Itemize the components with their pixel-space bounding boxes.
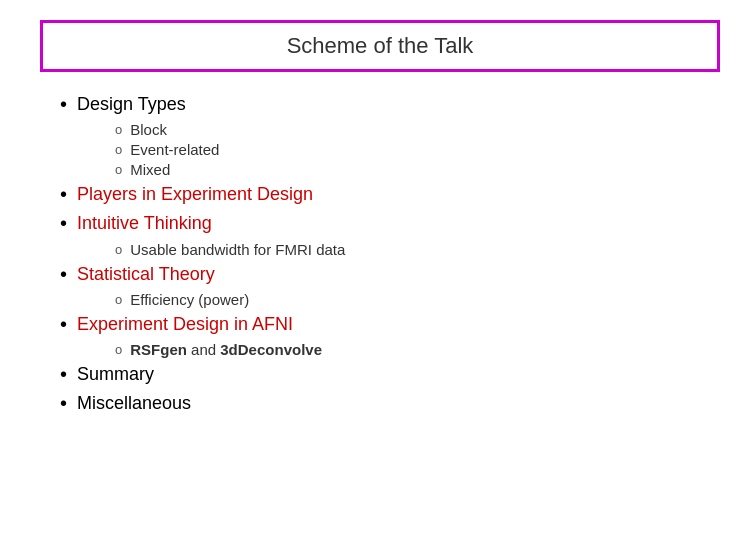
list-item: o Efficiency (power)	[115, 291, 716, 308]
content-area: • Design Types o Block o Event-related o…	[40, 92, 716, 416]
sub-item-label: RSFgen and 3dDeconvolve	[130, 341, 322, 358]
item-label: Players in Experiment Design	[77, 182, 313, 207]
list-item: o Mixed	[115, 161, 716, 178]
slide: Scheme of the Talk • Design Types o Bloc…	[0, 0, 756, 554]
sub-items-intuitive: o Usable bandwidth for FMRI data	[60, 241, 716, 258]
sub-bullet-icon: o	[115, 122, 122, 137]
item-label: Design Types	[77, 92, 186, 117]
rsfgen-label: RSFgen	[130, 341, 187, 358]
slide-title: Scheme of the Talk	[287, 33, 474, 58]
sub-item-label: Mixed	[130, 161, 170, 178]
list-item: • Miscellaneous	[60, 391, 716, 416]
sub-bullet-icon: o	[115, 342, 122, 357]
sub-bullet-icon: o	[115, 292, 122, 307]
list-item: o Event-related	[115, 141, 716, 158]
list-item: • Players in Experiment Design	[60, 182, 716, 207]
sub-item-label: Event-related	[130, 141, 219, 158]
item-label: Summary	[77, 362, 154, 387]
sub-items-statistical: o Efficiency (power)	[60, 291, 716, 308]
sub-bullet-icon: o	[115, 162, 122, 177]
list-item: • Summary	[60, 362, 716, 387]
list-item: • Design Types	[60, 92, 716, 117]
sub-item-label: Block	[130, 121, 167, 138]
sub-bullet-icon: o	[115, 142, 122, 157]
list-item: o RSFgen and 3dDeconvolve	[115, 341, 716, 358]
title-box: Scheme of the Talk	[40, 20, 720, 72]
bullet-icon: •	[60, 183, 67, 206]
sub-bullet-icon: o	[115, 242, 122, 257]
bullet-icon: •	[60, 313, 67, 336]
list-item: • Intuitive Thinking	[60, 211, 716, 236]
sub-items-design: o Block o Event-related o Mixed	[60, 121, 716, 178]
deconvolve-label: 3dDeconvolve	[220, 341, 322, 358]
bullet-icon: •	[60, 392, 67, 415]
bullet-icon: •	[60, 363, 67, 386]
bullet-icon: •	[60, 93, 67, 116]
list-item: o Block	[115, 121, 716, 138]
bullet-icon: •	[60, 263, 67, 286]
sub-item-label: Efficiency (power)	[130, 291, 249, 308]
bullet-icon: •	[60, 212, 67, 235]
list-item: • Experiment Design in AFNI	[60, 312, 716, 337]
list-item: • Statistical Theory	[60, 262, 716, 287]
sub-items-afni: o RSFgen and 3dDeconvolve	[60, 341, 716, 358]
sub-item-label: Usable bandwidth for FMRI data	[130, 241, 345, 258]
item-label: Experiment Design in AFNI	[77, 312, 293, 337]
list-item: o Usable bandwidth for FMRI data	[115, 241, 716, 258]
item-label: Miscellaneous	[77, 391, 191, 416]
item-label: Intuitive Thinking	[77, 211, 212, 236]
item-label: Statistical Theory	[77, 262, 215, 287]
